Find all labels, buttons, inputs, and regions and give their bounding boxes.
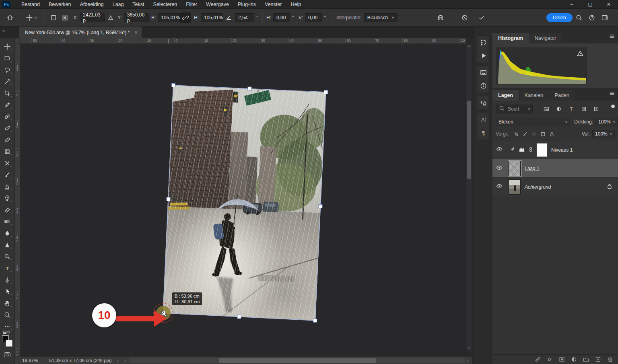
layer-name[interactable]: Niveaus 1 <box>551 147 573 153</box>
relative-position-icon[interactable] <box>105 12 116 23</box>
ruler-corner[interactable] <box>15 38 21 44</box>
maximize-button[interactable]: ▢ <box>581 0 599 9</box>
layer-filter-select[interactable]: Soort ˅ <box>496 105 533 113</box>
dock-history-icon[interactable] <box>477 36 489 49</box>
tab-overflow-chevrons[interactable]: » <box>2 28 4 33</box>
menu-laag[interactable]: Laag <box>108 1 128 8</box>
close-button[interactable]: ✕ <box>599 0 618 9</box>
quick-mask-icon[interactable] <box>4 352 10 357</box>
swap-colors-icon[interactable]: ⬓⟲ <box>3 330 10 334</box>
blur-tool-icon[interactable] <box>2 227 13 239</box>
levels-adjustment-icon[interactable] <box>518 146 525 154</box>
link-layers-icon[interactable] <box>534 356 542 364</box>
layer-name[interactable]: Laag 1 <box>525 166 540 171</box>
smart-filter-icon[interactable] <box>591 105 601 113</box>
layer-row-achtergrond[interactable]: Achtergrond <box>492 178 618 196</box>
content-aware-move-tool-icon[interactable] <box>2 157 13 169</box>
mask-link-icon[interactable] <box>527 146 534 154</box>
warp-mode-icon[interactable] <box>435 12 446 23</box>
link-dimensions-icon[interactable] <box>180 12 191 23</box>
toggle-reference-point-checkbox[interactable] <box>48 12 59 23</box>
layer-row-laag1[interactable]: Laag 1 <box>492 159 618 178</box>
tab-kanalen[interactable]: Kanalen <box>519 90 549 101</box>
zoom-tool-icon[interactable] <box>2 309 13 321</box>
interpolation-select[interactable]: Bicubisch˅ <box>364 13 398 22</box>
scroll-left-icon[interactable]: ‹ <box>124 358 126 363</box>
tab-close-icon[interactable]: × <box>134 29 138 35</box>
x-position-field[interactable]: 2421,03 p <box>80 13 105 22</box>
dock-info-icon[interactable] <box>477 79 489 93</box>
menu-weergave[interactable]: Weergave <box>202 1 233 8</box>
menu-venster[interactable]: Venster <box>260 1 286 8</box>
move-tool-icon[interactable] <box>24 12 35 23</box>
visibility-toggle[interactable] <box>492 159 506 177</box>
width-field[interactable]: 105,01% <box>158 13 180 22</box>
dock-paragraph-icon[interactable]: ¶ <box>477 126 489 140</box>
vertical-scroll-thumb[interactable] <box>467 101 471 179</box>
background-color-swatch[interactable] <box>6 340 12 347</box>
y-position-field[interactable]: 3650,00 p <box>124 13 149 22</box>
tab-navigator[interactable]: Navigator <box>529 33 562 43</box>
new-adjustment-icon[interactable] <box>570 356 578 364</box>
eyedropper-tool-icon[interactable] <box>2 99 13 111</box>
home-icon[interactable] <box>5 12 15 23</box>
document-tab[interactable]: New York-504.arw @ 16,7% (Laag 1, RGB/16… <box>19 27 142 38</box>
magic-wand-tool-icon[interactable] <box>2 76 13 87</box>
tab-paden[interactable]: Paden <box>549 90 575 101</box>
scroll-up-icon[interactable]: ˄ <box>466 44 472 48</box>
new-group-icon[interactable] <box>582 356 590 364</box>
menu-plugins[interactable]: Plug-ins <box>233 1 260 8</box>
v-skew-field[interactable]: 0,00 <box>305 13 322 22</box>
clone-stamp-tool-icon[interactable] <box>2 181 13 192</box>
type-filter-icon[interactable]: T <box>566 105 576 113</box>
lock-all-icon[interactable] <box>548 131 556 137</box>
scroll-down-icon[interactable]: ˅ <box>466 346 472 350</box>
dock-libraries-icon[interactable] <box>477 66 489 79</box>
menu-filter[interactable]: Filter <box>181 1 202 8</box>
type-tool-icon[interactable]: T <box>2 262 13 274</box>
visibility-toggle[interactable] <box>492 178 506 196</box>
lock-transparency-icon[interactable] <box>512 131 521 137</box>
pixel-filter-icon[interactable] <box>542 105 551 113</box>
gradient-tool-icon[interactable] <box>2 216 13 227</box>
patch-tool-icon[interactable] <box>2 134 13 146</box>
tool-preset-caret[interactable]: ˅ <box>34 16 37 20</box>
menu-bestand[interactable]: Bestand <box>17 1 44 8</box>
search-icon[interactable] <box>574 12 584 23</box>
dock-clone-source-icon[interactable] <box>477 96 489 109</box>
lasso-tool-icon[interactable] <box>2 64 13 76</box>
layer-row-niveaus[interactable]: Niveaus 1 <box>492 141 618 159</box>
h-skew-field[interactable]: 0,00 <box>273 13 290 22</box>
tab-lagen[interactable]: Lagen <box>492 90 519 101</box>
dock-character-icon[interactable]: A <box>477 113 489 126</box>
crop-tool-icon[interactable] <box>2 87 13 99</box>
tab-histogram[interactable]: Histogram <box>492 33 529 43</box>
workspace-icon[interactable] <box>599 12 610 23</box>
delete-layer-icon[interactable] <box>606 356 614 364</box>
angle-field[interactable]: 2,54 <box>235 13 254 22</box>
opacity-select[interactable]: 100%˅ <box>595 118 618 126</box>
fill-select[interactable]: 100%˅ <box>592 130 615 138</box>
lock-pixels-icon[interactable] <box>521 131 530 137</box>
horizontal-scrollbar[interactable] <box>129 358 465 363</box>
add-mask-icon[interactable] <box>558 356 566 364</box>
document-viewport[interactable]: B : 53,96 cm H : 80,91 cm 10 <box>21 44 466 356</box>
dock-actions-icon[interactable] <box>477 49 489 62</box>
layer-mask-thumbnail[interactable] <box>537 143 547 157</box>
scroll-right-icon[interactable]: › <box>467 358 469 363</box>
cancel-transform-icon[interactable] <box>459 12 470 23</box>
horizontal-scroll-thumb[interactable] <box>219 358 376 363</box>
menu-bewerken[interactable]: Bewerken <box>44 1 76 8</box>
zoom-level[interactable]: 16,67% <box>22 358 38 363</box>
marquee-tool-icon[interactable] <box>2 52 13 64</box>
visibility-toggle[interactable] <box>492 141 506 159</box>
layer-effects-icon[interactable]: fx <box>546 356 554 364</box>
path-selection-tool-icon[interactable] <box>2 286 13 297</box>
pattern-tool-icon[interactable] <box>2 146 13 157</box>
layer-name[interactable]: Achtergrond <box>525 184 551 190</box>
pen-tool-icon[interactable] <box>2 274 13 286</box>
layer-filter-toggle[interactable] <box>611 105 615 108</box>
spot-healing-tool-icon[interactable] <box>2 111 13 122</box>
brush-tool-icon[interactable] <box>2 169 13 181</box>
menu-selecteren[interactable]: Selecteren <box>149 1 182 8</box>
